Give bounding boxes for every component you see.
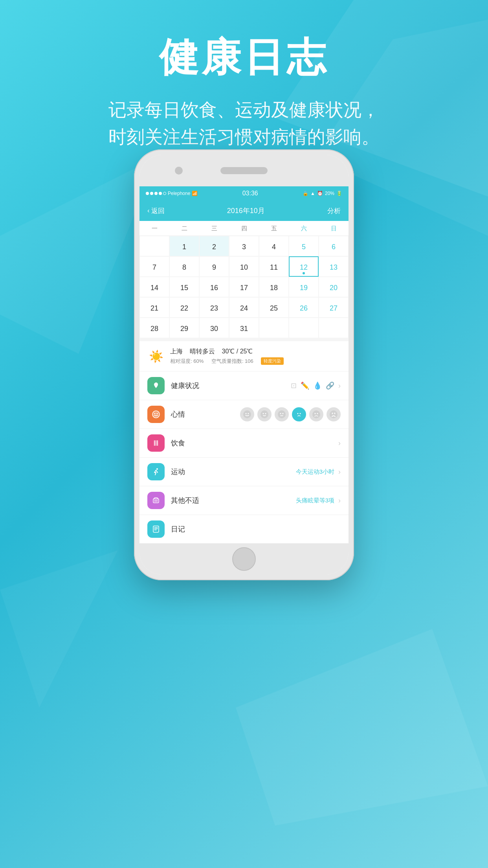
today-indicator	[303, 272, 305, 274]
svg-marker-3	[236, 629, 488, 826]
svg-marker-2	[0, 157, 157, 354]
mood-icon	[147, 406, 165, 423]
cal-cell-13[interactable]: 13	[319, 256, 349, 277]
status-carrier: Pelephone 📶	[146, 191, 198, 196]
cal-cell-30[interactable]: 30	[199, 318, 229, 338]
cal-cell-22[interactable]: 22	[169, 297, 199, 318]
back-chevron-icon: ‹	[147, 207, 150, 215]
svg-point-21	[312, 410, 320, 418]
svg-point-11	[261, 410, 268, 418]
mood-face-3[interactable]	[275, 407, 289, 421]
cal-cell-5[interactable]: 5	[289, 236, 319, 256]
cal-cell-21[interactable]: 21	[139, 297, 169, 318]
cal-cell-7[interactable]: 7	[139, 256, 169, 277]
cal-cell-15[interactable]: 15	[169, 277, 199, 297]
cal-cell-27[interactable]: 27	[319, 297, 349, 318]
app-subtitle: 记录每日饮食、运动及健康状况， 时刻关注生活习惯对病情的影响。	[0, 96, 488, 151]
exercise-label: 运动	[171, 467, 290, 476]
mood-face-5[interactable]	[309, 407, 323, 421]
cal-cell-9[interactable]: 9	[199, 256, 229, 277]
weather-icon: ☀️	[147, 348, 165, 365]
svg-point-24	[330, 410, 338, 418]
svg-point-18	[295, 410, 303, 418]
weekday-tue: 二	[169, 221, 199, 235]
mood-faces-container	[240, 407, 341, 421]
weather-detail: 相对湿度: 60% 空气质量指数: 106 轻度污染	[170, 357, 341, 365]
cal-cell-31[interactable]: 31	[229, 318, 259, 338]
drop-icon: 💧	[313, 381, 322, 390]
cal-empty-1	[259, 318, 289, 338]
cal-cell-6[interactable]: 6	[319, 236, 349, 256]
mood-face-6[interactable]	[327, 407, 341, 421]
mood-face-1[interactable]	[240, 407, 254, 421]
svg-rect-28	[156, 440, 156, 446]
cal-cell-1[interactable]: 1	[169, 236, 199, 256]
diary-icon	[147, 520, 165, 538]
cal-cell-14[interactable]: 14	[139, 277, 169, 297]
health-row[interactable]: 健康状况 ⊡ ✏️ 💧 🔗 ›	[139, 371, 349, 400]
mood-row[interactable]: 心情	[139, 400, 349, 429]
exercise-row[interactable]: 运动 今天运动3小时 ›	[139, 458, 349, 486]
cal-cell-3[interactable]: 3	[229, 236, 259, 256]
svg-rect-35	[153, 526, 159, 532]
cal-cell-23[interactable]: 23	[199, 297, 229, 318]
link-icon: 🔗	[326, 381, 334, 390]
exercise-note: 今天运动3小时	[296, 468, 334, 476]
cal-cell-8[interactable]: 8	[169, 256, 199, 277]
analyze-button[interactable]: 分析	[327, 206, 341, 215]
phone-bottom-hardware	[139, 543, 349, 575]
cal-cell-empty	[139, 236, 169, 256]
home-button[interactable]	[232, 547, 256, 571]
svg-point-20	[300, 413, 301, 414]
diary-row[interactable]: 日记	[139, 515, 349, 543]
cal-cell-4[interactable]: 4	[259, 236, 289, 256]
cal-cell-28[interactable]: 28	[139, 318, 169, 338]
weekday-fri: 五	[259, 221, 289, 235]
cal-cell-24[interactable]: 24	[229, 297, 259, 318]
svg-point-22	[315, 413, 316, 414]
status-right: 🔒 ▲ ⏰ 20% 🔋	[303, 191, 342, 196]
cal-cell-17[interactable]: 17	[229, 277, 259, 297]
svg-point-5	[152, 411, 160, 418]
cal-cell-20[interactable]: 20	[319, 277, 349, 297]
cal-cell-11[interactable]: 11	[259, 256, 289, 277]
discomfort-row[interactable]: 其他不适 头痛眩晕等3项 ›	[139, 486, 349, 515]
cal-cell-18[interactable]: 18	[259, 277, 289, 297]
weather-row: ☀️ 上海 晴转多云 30℃ / 25℃ 相对湿度: 60%	[139, 341, 349, 371]
cal-cell-19[interactable]: 19	[289, 277, 319, 297]
mood-face-4[interactable]	[292, 407, 306, 421]
diet-row[interactable]: 饮食 ›	[139, 429, 349, 458]
cal-cell-12-today[interactable]: 12	[289, 256, 319, 277]
svg-point-7	[157, 413, 158, 414]
status-bar: Pelephone 📶 03:36 🔒 ▲ ⏰ 20% 🔋	[139, 186, 349, 200]
aqi-badge: 轻度污染	[261, 357, 284, 365]
calendar-week-4: 21 22 23 24 25 26 27	[139, 297, 349, 318]
scale-icon: ⊡	[291, 381, 297, 390]
phone-speaker	[220, 167, 268, 174]
exercise-chevron: ›	[338, 468, 341, 476]
svg-point-15	[280, 413, 281, 414]
weekday-sat: 六	[289, 221, 319, 235]
discomfort-label: 其他不适	[171, 496, 290, 505]
svg-marker-4	[0, 550, 118, 708]
svg-point-6	[154, 413, 156, 414]
svg-point-23	[317, 413, 318, 414]
location-icon: ▲	[310, 191, 315, 196]
health-chevron: ›	[338, 382, 341, 390]
cal-cell-10[interactable]: 10	[229, 256, 259, 277]
lock-icon: 🔒	[303, 191, 308, 196]
cal-cell-2[interactable]: 2	[199, 236, 229, 256]
svg-rect-27	[154, 440, 155, 446]
cal-cell-25[interactable]: 25	[259, 297, 289, 318]
cal-cell-16[interactable]: 16	[199, 277, 229, 297]
back-button[interactable]: ‹ 返回	[147, 206, 165, 215]
diet-chevron: ›	[338, 439, 341, 447]
mood-face-2[interactable]	[257, 407, 272, 421]
weekday-header: 一 二 三 四 五 六 日	[139, 221, 349, 236]
wifi-icon: 📶	[192, 191, 198, 196]
cal-cell-29[interactable]: 29	[169, 318, 199, 338]
svg-point-13	[265, 413, 266, 414]
pencil-icon: ✏️	[301, 381, 309, 390]
cal-cell-26[interactable]: 26	[289, 297, 319, 318]
weekday-wed: 三	[199, 221, 229, 235]
